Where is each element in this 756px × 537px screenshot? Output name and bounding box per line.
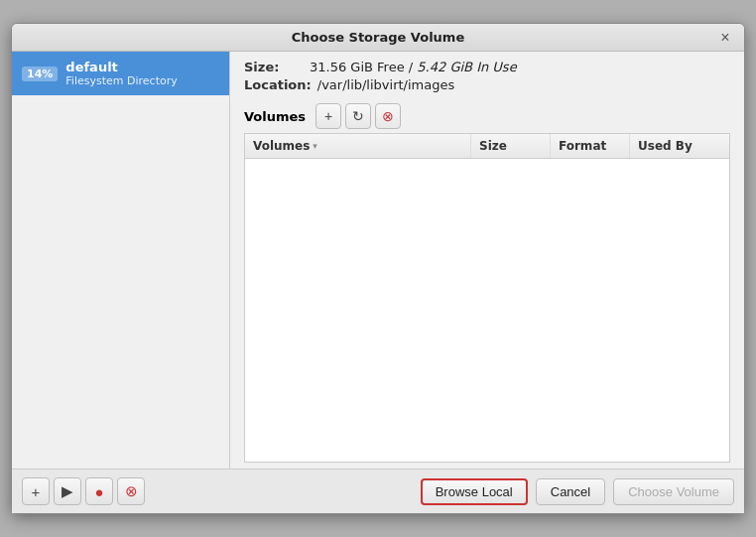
play-pool-button[interactable]: ▶	[54, 477, 81, 505]
volumes-toolbar: Volumes + ↻ ⊗	[230, 99, 744, 133]
close-button[interactable]: ×	[716, 29, 734, 47]
col-volumes: Volumes ▾	[245, 134, 471, 158]
add-pool-button[interactable]: +	[22, 477, 50, 505]
col-volumes-label: Volumes	[253, 139, 310, 153]
dialog-body: 14% default Filesystem Directory Size: 3…	[12, 52, 744, 513]
col-format: Format	[551, 134, 630, 158]
storage-pool-sidebar: 14% default Filesystem Directory	[12, 52, 230, 469]
pool-type: Filesystem Directory	[65, 74, 177, 87]
col-used-by: Used By	[630, 134, 729, 158]
add-volume-button[interactable]: +	[315, 103, 341, 129]
volumes-table: Volumes ▾ Size Format Used By	[244, 133, 730, 463]
size-label: Size:	[244, 60, 304, 74]
size-free: 31.56 GiB Free /	[310, 60, 417, 74]
bottom-toolbar: + ▶ ● ⊗ Browse Local Cancel Choose Volum…	[12, 469, 744, 513]
cancel-button[interactable]: Cancel	[536, 478, 605, 505]
col-format-label: Format	[559, 139, 606, 153]
pool-item-default[interactable]: 14% default Filesystem Directory	[12, 52, 229, 95]
location-row: Location: /var/lib/libvirt/images	[244, 77, 730, 92]
titlebar: Choose Storage Volume ×	[12, 24, 744, 52]
location-label: Location:	[244, 77, 312, 92]
pool-percent-badge: 14%	[22, 67, 58, 81]
col-size-label: Size	[479, 139, 507, 153]
location-value: /var/lib/libvirt/images	[317, 77, 455, 92]
col-size: Size	[471, 134, 551, 158]
delete-pool-button[interactable]: ⊗	[117, 477, 145, 505]
dialog-title: Choose Storage Volume	[292, 30, 464, 45]
refresh-volumes-button[interactable]: ↻	[345, 103, 371, 129]
browse-local-button[interactable]: Browse Local	[421, 478, 528, 505]
col-used-by-label: Used By	[638, 139, 693, 153]
choose-storage-dialog: Choose Storage Volume × 14% default File…	[11, 23, 745, 514]
table-header: Volumes ▾ Size Format Used By	[245, 134, 729, 159]
volumes-label: Volumes	[244, 109, 306, 124]
storage-info: Size: 31.56 GiB Free / 5.42 GiB In Use L…	[230, 52, 744, 99]
size-value: 31.56 GiB Free / 5.42 GiB In Use	[310, 60, 517, 74]
choose-volume-button[interactable]: Choose Volume	[613, 478, 734, 505]
size-in-use: 5.42 GiB In Use	[417, 60, 516, 74]
pool-name: default	[65, 60, 177, 74]
size-row: Size: 31.56 GiB Free / 5.42 GiB In Use	[244, 60, 730, 74]
right-panel: Size: 31.56 GiB Free / 5.42 GiB In Use L…	[230, 52, 744, 469]
main-area: 14% default Filesystem Directory Size: 3…	[12, 52, 744, 469]
table-body	[245, 159, 729, 407]
stop-volumes-button[interactable]: ⊗	[375, 103, 401, 129]
stop-pool-button[interactable]: ●	[85, 477, 113, 505]
pool-info: default Filesystem Directory	[65, 60, 177, 87]
sort-arrow-icon: ▾	[313, 141, 317, 151]
